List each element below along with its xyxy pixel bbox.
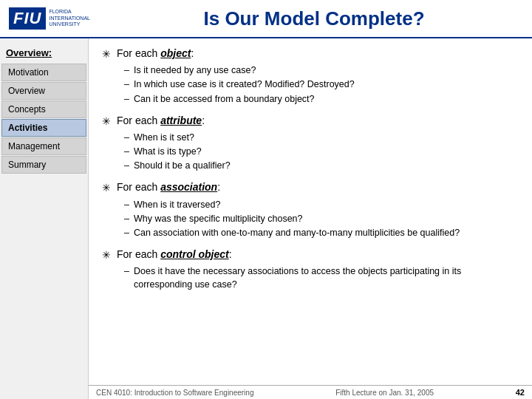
dash-icon: – — [124, 265, 129, 278]
section-header-attribute: ✳For each attribute: — [102, 113, 519, 129]
dash-icon: – — [124, 159, 129, 172]
list-item: –Is it needed by any use case? — [124, 64, 519, 77]
section-title-object: For each object: — [117, 46, 194, 61]
list-item-text: What is its type? — [134, 145, 202, 158]
bullet-star-icon: ✳ — [102, 114, 111, 129]
main-layout: Overview: MotivationOverviewConceptsActi… — [0, 38, 532, 399]
dash-icon: – — [124, 78, 129, 91]
section-title-attribute: For each attribute: — [117, 113, 205, 128]
dash-icon: – — [124, 131, 129, 144]
list-item: –Why was the specific multiplicity chose… — [124, 212, 519, 225]
dash-icon: – — [124, 226, 129, 239]
page-number: 42 — [516, 388, 525, 397]
bullet-star-icon: ✳ — [102, 248, 111, 262]
section-attribute: ✳For each attribute:–When is it set?–Wha… — [102, 113, 519, 173]
footer: CEN 4010: Introduction to Software Engin… — [89, 385, 532, 399]
section-title-control-object: For each control object: — [117, 247, 232, 262]
list-item-text: When is it set? — [134, 131, 194, 144]
sidebar-item-overview[interactable]: Overview — [1, 82, 86, 100]
sidebar-item-management[interactable]: Management — [1, 137, 86, 155]
list-item-text: Does it have the necessary associations … — [134, 265, 519, 291]
list-item: –Should it be a qualifier? — [124, 159, 519, 172]
header: FIU FLORIDA INTERNATIONALUNIVERSITY Is O… — [0, 0, 532, 38]
section-control-object: ✳For each control object:–Does it have t… — [102, 247, 519, 292]
sidebar-item-summary[interactable]: Summary — [1, 156, 86, 174]
dash-icon: – — [124, 145, 129, 158]
bullet-star-icon: ✳ — [102, 180, 111, 195]
list-item-text: Should it be a qualifier? — [134, 159, 231, 172]
sidebar-item-activities[interactable]: Activities — [1, 119, 86, 137]
section-header-control-object: ✳For each control object: — [102, 247, 519, 262]
dash-icon: – — [124, 92, 129, 106]
logo-subtitle: FLORIDA INTERNATIONALUNIVERSITY — [49, 9, 105, 27]
list-item-text: In which use case is it created? Modifie… — [134, 78, 355, 91]
list-item: –Does it have the necessary associations… — [124, 265, 519, 291]
dash-icon: – — [124, 64, 129, 77]
footer-lecture: Fifth Lecture on Jan. 31, 2005 — [335, 389, 434, 397]
list-item-text: Can association with one-to-many and man… — [134, 226, 460, 239]
list-item-text: Can it be accessed from a boundary objec… — [134, 92, 315, 106]
list-item-text: Is it needed by any use case? — [134, 64, 256, 77]
page-title-area: Is Our Model Complete? — [105, 7, 523, 30]
bullet-star-icon: ✳ — [102, 47, 111, 61]
content-area: ✳For each object:–Is it needed by any us… — [89, 38, 532, 399]
sub-items-attribute: –When is it set?–What is its type?–Shoul… — [124, 131, 519, 172]
section-header-object: ✳For each object: — [102, 46, 519, 61]
section-header-association: ✳For each association: — [102, 180, 519, 195]
sidebar-item-motivation[interactable]: Motivation — [1, 64, 86, 81]
sidebar-item-concepts[interactable]: Concepts — [1, 100, 86, 118]
dash-icon: – — [124, 212, 129, 225]
list-item: –Can it be accessed from a boundary obje… — [124, 92, 519, 106]
sub-items-object: –Is it needed by any use case?–In which … — [124, 64, 519, 105]
dash-icon: – — [124, 198, 129, 211]
sidebar-items: MotivationOverviewConceptsActivitiesMana… — [0, 64, 88, 174]
footer-course: CEN 4010: Introduction to Software Engin… — [96, 389, 253, 397]
list-item: –In which use case is it created? Modifi… — [124, 78, 519, 91]
list-item: –Can association with one-to-many and ma… — [124, 226, 519, 239]
sidebar-section-title: Overview: — [0, 44, 88, 63]
section-association: ✳For each association:–When is it traver… — [102, 180, 519, 239]
list-item: –When is it traversed? — [124, 198, 519, 211]
sub-items-control-object: –Does it have the necessary associations… — [124, 265, 519, 291]
sidebar: Overview: MotivationOverviewConceptsActi… — [0, 38, 89, 399]
list-item: –When is it set? — [124, 131, 519, 144]
sub-items-association: –When is it traversed?–Why was the speci… — [124, 198, 519, 239]
list-item: –What is its type? — [124, 145, 519, 158]
section-title-association: For each association: — [117, 180, 220, 194]
list-item-text: When is it traversed? — [134, 198, 220, 211]
section-object: ✳For each object:–Is it needed by any us… — [102, 46, 519, 106]
logo-area: FIU FLORIDA INTERNATIONALUNIVERSITY — [9, 7, 105, 30]
logo: FIU — [9, 7, 46, 30]
page-title: Is Our Model Complete? — [203, 7, 424, 30]
list-item-text: Why was the specific multiplicity chosen… — [134, 212, 303, 225]
